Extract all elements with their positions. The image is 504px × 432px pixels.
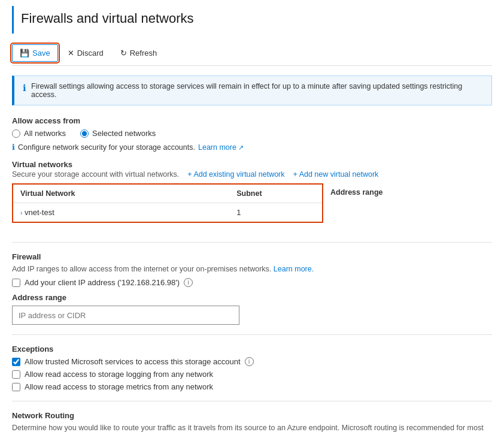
allow-access-section: Allow access from All networks Selected … — [12, 116, 492, 138]
vnet-name-cell: › vnet-test — [13, 203, 229, 222]
exception-1-input[interactable] — [12, 370, 20, 379]
address-range-input[interactable] — [12, 306, 239, 325]
radio-all-networks[interactable]: All networks — [12, 129, 66, 138]
exception-0-info-icon[interactable]: i — [245, 357, 254, 366]
info-banner: ℹ Firewall settings allowing access to s… — [12, 75, 492, 105]
network-routing-title: Network Routing — [12, 411, 492, 420]
vnet-section-title: Virtual networks — [12, 160, 492, 169]
configure-info-icon: ℹ — [12, 143, 15, 152]
table-row: › vnet-test 1 — [13, 203, 322, 222]
firewall-desc: Add IP ranges to allow access from the i… — [12, 265, 492, 273]
exception-1-checkbox[interactable]: Allow read access to storage logging fro… — [12, 370, 492, 379]
divider-exceptions — [12, 334, 492, 335]
exception-0-checkbox[interactable]: Allow trusted Microsoft services to acce… — [12, 357, 492, 366]
virtual-networks-section: Virtual networks Secure your storage acc… — [12, 160, 492, 179]
firewall-section: Firewall Add IP ranges to allow access f… — [12, 252, 492, 325]
col-subnet: Subnet — [229, 185, 322, 203]
address-range-label: Address range — [12, 293, 492, 302]
network-routing-section: Network Routing Determine how you would … — [12, 411, 492, 432]
radio-selected-networks-input[interactable] — [80, 129, 89, 138]
add-existing-vnet-link[interactable]: + Add existing virtual network — [187, 170, 284, 179]
save-icon: 💾 — [20, 49, 29, 58]
firewall-learn-more-link[interactable]: Learn more. — [274, 265, 314, 273]
add-new-vnet-link[interactable]: + Add new virtual network — [293, 170, 379, 179]
exceptions-section: Exceptions Allow trusted Microsoft servi… — [12, 345, 492, 391]
discard-icon: ✕ — [68, 49, 74, 58]
radio-group-access: All networks Selected networks — [12, 129, 492, 138]
refresh-button[interactable]: ↻ Refresh — [113, 45, 165, 61]
exceptions-title: Exceptions — [12, 345, 492, 354]
divider-routing — [12, 401, 492, 401]
divider-firewall — [12, 242, 492, 243]
page-title: Firewalls and virtual networks — [12, 6, 492, 34]
client-ip-info-icon[interactable]: i — [184, 278, 193, 287]
subnet-cell: 1 — [229, 203, 322, 222]
vnet-section-desc: Secure your storage account with virtual… — [12, 170, 492, 179]
vnet-table: Virtual Network Subnet › vnet-test 1 — [13, 185, 322, 222]
client-ip-checkbox-input[interactable] — [12, 279, 20, 287]
address-range-column-header: Address range — [323, 183, 390, 201]
exception-0-input[interactable] — [12, 358, 20, 366]
routing-desc: Determine how you would like to route yo… — [12, 424, 492, 432]
info-icon: ℹ — [23, 83, 26, 93]
row-expand-icon[interactable]: › — [20, 210, 22, 216]
allow-access-label: Allow access from — [12, 116, 492, 125]
toolbar: 💾 Save ✕ Discard ↻ Refresh — [12, 41, 492, 66]
exception-2-checkbox[interactable]: Allow read access to storage metrics fro… — [12, 382, 492, 391]
discard-button[interactable]: ✕ Discard — [60, 45, 111, 61]
col-virtual-network: Virtual Network — [13, 185, 229, 203]
vnet-table-container: Virtual Network Subnet › vnet-test 1 Add… — [12, 183, 492, 232]
client-ip-checkbox[interactable]: Add your client IP address ('192.168.216… — [12, 278, 492, 287]
radio-all-networks-input[interactable] — [12, 129, 20, 138]
exception-2-input[interactable] — [12, 383, 20, 391]
vnet-table-wrapper: Virtual Network Subnet › vnet-test 1 — [12, 183, 323, 223]
refresh-icon: ↻ — [120, 49, 127, 58]
configure-info-line: ℹ Configure network security for your st… — [12, 143, 492, 152]
firewall-title: Firewall — [12, 252, 492, 261]
radio-selected-networks[interactable]: Selected networks — [80, 129, 156, 138]
learn-more-link[interactable]: Learn more — [198, 143, 244, 152]
save-button[interactable]: 💾 Save — [12, 44, 58, 62]
info-banner-text: Firewall settings allowing access to sto… — [31, 82, 483, 99]
